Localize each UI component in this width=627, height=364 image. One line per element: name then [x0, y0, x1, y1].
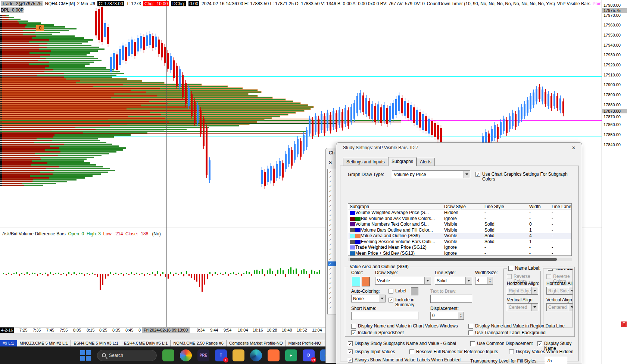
study-list-item[interactable]: ✓ [328, 300, 337, 305]
windows-start-button[interactable] [79, 349, 92, 362]
study-list-item[interactable]: ✓ [328, 291, 337, 295]
column-header-line-label[interactable]: Line Label [550, 204, 571, 210]
edge-icon[interactable] [250, 349, 262, 361]
study-list-item[interactable]: ✓ [328, 242, 337, 247]
column-header-width[interactable]: Width [528, 204, 550, 210]
width-size-spinner[interactable]: 4▲▼ [475, 277, 493, 285]
study-list-item[interactable]: ✓ [328, 189, 337, 194]
subgraph-row[interactable]: Evening Session Volume Bars Outli...Visi… [348, 239, 571, 245]
spinner-arrows-icon[interactable]: ▲▼ [458, 312, 464, 319]
folder-icon[interactable] [233, 349, 244, 361]
study-list-item[interactable]: ✓ [328, 203, 337, 208]
study-list-item[interactable]: ✓ [328, 194, 337, 198]
dropdown-arrow-icon[interactable] [379, 295, 385, 302]
value-area-color-swatch[interactable] [352, 277, 360, 286]
checkbox-box-icon[interactable]: ✓ [348, 341, 353, 346]
hscrollbar-thumb[interactable] [350, 258, 557, 261]
dropdown-arrow-icon[interactable] [464, 171, 470, 178]
taskbar-search[interactable]: Search [97, 350, 157, 361]
displacement-spinner[interactable]: 0▲▼ [430, 312, 464, 320]
study-list-item[interactable]: ✓ [328, 184, 337, 189]
include-in-summary-checkbox[interactable]: ✓Include in Summary [389, 298, 420, 307]
study-list-item[interactable]: ✓ [328, 252, 337, 257]
study-list-item[interactable]: ✓ [328, 198, 337, 203]
display-input-values-checkbox[interactable]: ✓Display Input Values [348, 349, 395, 354]
study-list-item[interactable]: ✓ [328, 276, 337, 281]
use-transparent-label-bg-checkbox[interactable]: Use Transparent Label Background [468, 330, 546, 335]
dropdown-arrow-icon[interactable] [424, 277, 431, 284]
premiere-icon[interactable]: PRE [197, 349, 209, 361]
browser-icon[interactable] [180, 349, 192, 361]
column-header-draw-style[interactable]: Draw Style [443, 204, 483, 210]
dialog-tab-settings-and-inputs[interactable]: Settings and Inputs [343, 158, 388, 166]
graph-draw-type-select[interactable]: Volume by Price [392, 170, 470, 178]
checkbox-box-icon[interactable]: ✓ [348, 349, 353, 354]
subgraph-row[interactable]: Trade Weighted Mean Price (SG12)Ignore--… [348, 245, 571, 251]
label-color-button[interactable] [411, 287, 418, 295]
study-list-item[interactable]: ✓ [328, 305, 337, 310]
subgraph-row[interactable]: Volume Bars Outline and Fill Color...Vis… [348, 228, 571, 233]
dialog-tab-alerts[interactable]: Alerts [417, 158, 435, 166]
checkbox-box-icon[interactable] [470, 341, 475, 346]
study-list-item[interactable]: ✓ [328, 237, 337, 242]
sharing-app-icon[interactable]: ► [285, 349, 297, 361]
study-list-item[interactable]: ✓ [328, 266, 337, 271]
subgraph-row[interactable]: Bid Volume and Ask Volume Colors...Ignor… [348, 216, 571, 222]
checkbox-box-icon[interactable] [509, 349, 514, 354]
transparency-level-field[interactable]: 75 [545, 357, 567, 364]
study-list-item[interactable]: ✓ [328, 213, 337, 218]
subgraph-row[interactable]: Mean Price + Std Dev (SG13)Ignore--- [348, 251, 571, 256]
checkbox-box-icon[interactable] [409, 349, 414, 354]
study-list-item[interactable]: ✓ [328, 257, 337, 261]
checkbox-box-icon[interactable] [468, 324, 473, 329]
checkbox-box-icon[interactable]: ✓ [389, 298, 393, 302]
checkbox-box-icon[interactable] [507, 274, 512, 279]
study-list-item[interactable]: ✓ [328, 281, 337, 286]
study-list-item[interactable]: ✓ [328, 261, 337, 266]
outline-color-swatch[interactable] [362, 277, 370, 286]
checkbox-box-icon[interactable]: ✓ [537, 341, 542, 346]
checkbox-box-icon[interactable] [351, 324, 356, 329]
value-label-checkbox[interactable]: Value Label: [546, 269, 573, 271]
chart-tab-market-profile-nq[interactable]: Market Profile-NQ [286, 340, 324, 346]
study-list-item[interactable]: ✓ [328, 271, 337, 276]
study-list-item[interactable]: ✓ [328, 169, 337, 174]
chart-tab-composite-market-profile-nq[interactable]: Composite Market Profile-NQ [227, 340, 286, 346]
dialog-tab-subgraphs[interactable]: Subgraphs [388, 157, 417, 166]
display-name-value-region-checkbox[interactable]: Display Name and Value in Region Data Li… [468, 324, 565, 329]
chart-tab-nqm3-cme-2-50-range-6[interactable]: NQM3.CME 2.50 Range #6 [171, 340, 227, 346]
display-values-when-hidden-checkbox[interactable]: Display Values When Hidden [509, 349, 574, 354]
dropdown-arrow-icon[interactable] [465, 277, 472, 284]
use-chart-graphics-checkbox[interactable]: ✓Use Chart Graphics Settings For Subgrap… [475, 172, 578, 182]
label-checkbox[interactable]: Label [389, 289, 406, 294]
study-list-item[interactable]: ✓ [328, 179, 337, 184]
study-list-item[interactable]: ✓ [328, 218, 337, 223]
study-list-item[interactable]: ✓ [328, 223, 337, 228]
checkbox-box-icon[interactable]: ✓ [351, 330, 356, 335]
study-list-item[interactable]: ✓ [328, 228, 337, 232]
auto-coloring-select[interactable]: None [351, 295, 386, 302]
trade-position-chip[interactable]: Trade: 2@17975.75 [1, 1, 43, 6]
price-axis[interactable]: 17980.0017970.0017960.0017950.0017940.00… [602, 0, 627, 364]
chart-tab-esh4-cme-5-min-3-l-1[interactable]: ESH4.CME 5 Min #3 L:1 [71, 340, 121, 346]
subgraph-table-hscrollbar[interactable] [348, 258, 572, 261]
subgraph-row[interactable]: Value Area and Outline (SG9)VisibleSolid… [348, 233, 571, 239]
include-in-spreadsheet-checkbox[interactable]: ✓Include in Spreadsheet [351, 330, 404, 335]
chart-tab-mnqz3-cme-5-min-2-l-1[interactable]: MNQZ3.CME 5 Min #2 L:1 [17, 340, 71, 346]
spinner-arrows-icon[interactable]: ▲▼ [487, 277, 493, 284]
study-list-item[interactable]: ✓ [328, 295, 337, 300]
chart-tab--9-l-1[interactable]: #9 L:1 [0, 340, 17, 346]
study-list-item[interactable]: ✓ [328, 208, 337, 213]
checkbox-box-icon[interactable]: ✓ [475, 172, 480, 177]
checkbox-box-icon[interactable] [508, 266, 513, 271]
study-list-item[interactable]: ✓ [328, 286, 337, 291]
firefox-icon[interactable] [268, 349, 280, 361]
short-name-field[interactable] [351, 312, 418, 320]
text-to-draw-field[interactable] [430, 295, 472, 303]
draw-style-select[interactable]: Visible [375, 277, 431, 285]
study-list-item[interactable]: ✓ [328, 232, 337, 237]
display-subgraphs-global-checkbox[interactable]: ✓Display Study Subgraphs Name and Value … [348, 341, 456, 346]
line-style-select[interactable]: Solid [435, 277, 472, 285]
subgraph-row[interactable]: Volume Weighted Average Price (S...Hidde… [348, 210, 571, 216]
chart-tab-esh4-cme-daily-5-l-1[interactable]: ESH4.CME Daily #5 L:1 [121, 340, 171, 346]
